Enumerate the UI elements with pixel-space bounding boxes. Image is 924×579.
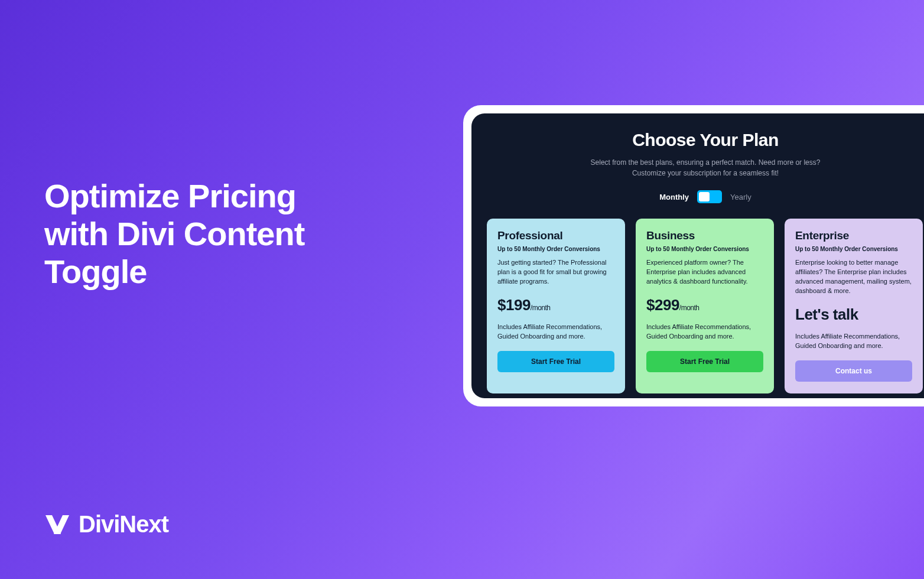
toggle-label-yearly[interactable]: Yearly <box>730 193 751 201</box>
toggle-label-monthly[interactable]: Monthly <box>659 193 689 201</box>
plan-price-amount: $199 <box>497 296 531 314</box>
plan-price-period: /month <box>531 304 551 312</box>
contact-us-button[interactable]: Contact us <box>795 360 912 382</box>
plan-description: Experienced platform owner? The Enterpri… <box>646 258 763 287</box>
plan-card-professional: Professional Up to 50 Monthly Order Conv… <box>487 219 625 393</box>
plan-price: Let's talk <box>795 305 912 324</box>
plan-price-amount: Let's talk <box>795 305 858 323</box>
plan-card-business: Business Up to 50 Monthly Order Conversi… <box>636 219 774 393</box>
plan-tagline: Up to 50 Monthly Order Conversions <box>497 246 614 252</box>
plan-tagline: Up to 50 Monthly Order Conversions <box>646 246 763 252</box>
brand-mark-icon <box>44 512 70 538</box>
plan-tagline: Up to 50 Monthly Order Conversions <box>795 246 912 252</box>
plan-title: Professional <box>497 229 614 242</box>
plan-includes: Includes Affiliate Recommendations, Guid… <box>795 332 912 351</box>
start-free-trial-button[interactable]: Start Free Trial <box>497 351 614 372</box>
billing-toggle-row: Monthly Yearly <box>659 190 751 203</box>
plan-description: Just getting started? The Professional p… <box>497 258 614 287</box>
toggle-knob <box>699 192 710 201</box>
plan-price: $299/month <box>646 296 763 314</box>
plan-price-amount: $299 <box>646 296 679 314</box>
pricing-preview-frame: Choose Your Plan Select from the best pl… <box>463 105 924 406</box>
plan-price-period: /month <box>679 304 699 312</box>
plan-includes: Includes Affiliate Recommendations, Guid… <box>497 323 614 341</box>
plan-card-enterprise: Enterprise Up to 50 Monthly Order Conver… <box>785 219 923 393</box>
pricing-subheading: Select from the best plans, ensuring a p… <box>587 157 824 178</box>
start-free-trial-button[interactable]: Start Free Trial <box>646 351 763 372</box>
brand-logo: DiviNext <box>44 511 168 538</box>
billing-toggle[interactable] <box>697 190 722 203</box>
pricing-heading: Choose Your Plan <box>632 130 779 150</box>
hero-title: Optimize Pricing with Divi Content Toggl… <box>44 177 363 290</box>
plan-description: Enterprise looking to better manage affi… <box>795 258 912 296</box>
plan-title: Business <box>646 229 763 242</box>
plan-price: $199/month <box>497 296 614 314</box>
pricing-cards: Professional Up to 50 Monthly Order Conv… <box>487 219 924 393</box>
plan-title: Enterprise <box>795 229 912 242</box>
pricing-panel: Choose Your Plan Select from the best pl… <box>471 113 924 398</box>
brand-name: DiviNext <box>79 511 168 538</box>
plan-includes: Includes Affiliate Recommendations, Guid… <box>646 323 763 341</box>
